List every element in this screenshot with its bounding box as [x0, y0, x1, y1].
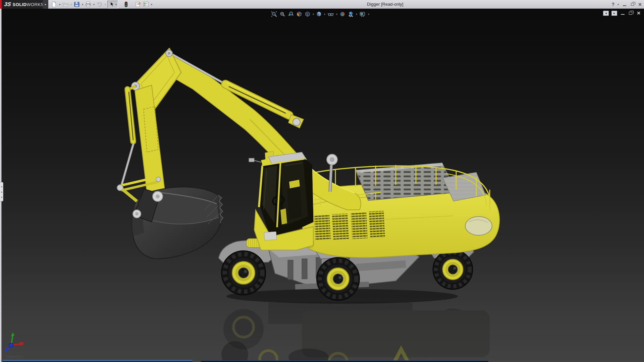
view-orientation-caret[interactable]: ▾	[312, 13, 314, 16]
apply-scene-icon	[347, 11, 354, 17]
zoom-to-fit-button[interactable]	[270, 10, 278, 18]
menu-flyout-arrow[interactable]: ▸	[43, 0, 48, 9]
floor-reflection	[223, 302, 490, 357]
headsup-view-toolbar: ▾ ▾ ▾	[270, 10, 370, 18]
brand-name-light: WORKS	[26, 2, 44, 7]
taskbar-edge-segment-left[interactable]	[3, 360, 193, 362]
apply-scene-button[interactable]	[347, 10, 355, 18]
collapse-arrow-icon: ◂	[1, 191, 2, 193]
zoom-to-fit-icon	[271, 11, 277, 17]
hide-show-items-icon	[327, 11, 334, 17]
save-dropdown-caret[interactable]: ▾	[81, 3, 84, 6]
previous-view-icon	[287, 11, 294, 17]
solidworks-logo: 3S SOLIDWORKS	[2, 0, 43, 9]
boom-lower	[153, 52, 361, 210]
select-tool-button[interactable]: ▾	[107, 1, 118, 8]
options-icon	[143, 1, 149, 8]
section-view-button[interactable]	[296, 10, 303, 18]
display-style-caret[interactable]: ▾	[324, 13, 326, 16]
new-document-icon	[51, 1, 57, 8]
previous-view-button[interactable]	[287, 10, 294, 18]
collapse-arrow-icon: ◂	[1, 196, 2, 198]
taskbar-edge-segment-right[interactable]	[201, 360, 488, 362]
graphics-viewport[interactable]: ▾ ▾ ▾	[0, 9, 644, 362]
edit-appearance-icon	[339, 11, 346, 17]
view-settings-icon	[359, 11, 366, 17]
expand-left-pane-button[interactable]: ◂	[603, 11, 609, 16]
minimize-icon	[623, 5, 626, 6]
wheel-rear-right	[433, 250, 473, 290]
print-dropdown-caret[interactable]: ▾	[93, 3, 95, 6]
help-button[interactable]: ?	[611, 2, 614, 7]
title-bar: 3S SOLIDWORKS ▸ ▾ ▾	[0, 0, 644, 9]
rebuild-stoplight-button[interactable]	[123, 1, 129, 8]
restore-icon	[631, 3, 634, 6]
window-title: Digger [Read-only]	[367, 2, 403, 7]
wheel-front-right	[317, 257, 360, 300]
close-icon: ✕	[638, 2, 642, 7]
wheel-front-left	[221, 251, 266, 295]
options-dropdown-caret[interactable]: ▾	[150, 3, 153, 6]
section-view-icon	[296, 11, 303, 17]
view-orientation-icon	[304, 11, 311, 17]
display-style-button[interactable]	[315, 10, 323, 18]
undo-dropdown-caret[interactable]: ▾	[104, 3, 107, 6]
3ds-logo-icon: 3S	[4, 1, 11, 7]
open-dropdown-caret[interactable]: ▾	[70, 3, 72, 6]
expand-right-pane-button[interactable]: ▸	[611, 11, 617, 16]
bucket	[132, 187, 223, 259]
select-cursor-icon	[108, 1, 115, 8]
pane-right-arrow-icon: ▸	[613, 11, 615, 15]
digger-3d-model[interactable]	[0, 9, 644, 362]
view-orientation-label: *Dimetric	[4, 354, 24, 359]
document-window-controls: ◂ ▸ ✕	[603, 10, 641, 16]
collapse-arrow-icon: ◂	[1, 185, 2, 188]
print-document-icon	[85, 1, 92, 8]
open-document-button[interactable]	[62, 1, 69, 8]
view-orientation-button[interactable]	[304, 10, 311, 18]
options-button[interactable]	[142, 1, 150, 8]
hide-show-items-caret[interactable]: ▾	[336, 13, 338, 16]
flyout-arrow-icon: ▸	[45, 3, 47, 6]
undo-button[interactable]	[96, 1, 103, 8]
new-dropdown-caret[interactable]: ▾	[58, 3, 61, 6]
open-document-icon	[62, 1, 69, 8]
file-properties-button[interactable]	[134, 1, 142, 8]
pane-left-arrow-icon: ◂	[605, 11, 607, 15]
save-document-icon	[73, 1, 80, 8]
display-style-icon	[316, 11, 322, 17]
stoplight-icon	[123, 1, 129, 8]
cab	[249, 151, 313, 250]
document-minimize-icon	[621, 14, 625, 15]
brand-name-bold: SOLID	[13, 2, 27, 7]
orientation-triad	[5, 333, 24, 352]
select-dropdown-caret[interactable]: ▾	[115, 3, 117, 6]
hide-show-items-button[interactable]	[327, 10, 335, 18]
document-minimize-button[interactable]	[620, 10, 625, 16]
window-controls: ? ▾ ✕	[611, 0, 643, 9]
apply-scene-caret[interactable]: ▾	[356, 13, 358, 16]
view-settings-caret[interactable]: ▾	[368, 13, 370, 16]
save-document-button[interactable]	[73, 1, 80, 8]
undo-icon	[96, 1, 103, 8]
minimize-button[interactable]	[622, 2, 627, 7]
new-document-button[interactable]	[50, 1, 58, 8]
document-close-button[interactable]: ✕	[636, 10, 641, 16]
document-restore-icon	[629, 12, 632, 15]
zoom-to-area-button[interactable]	[279, 10, 286, 18]
document-close-icon: ✕	[637, 10, 641, 16]
zoom-to-area-icon	[279, 11, 286, 17]
panel-collapse-tab[interactable]: ◂ ◂ ◂	[0, 182, 3, 201]
view-settings-button[interactable]	[359, 10, 367, 18]
document-restore-button[interactable]	[628, 10, 633, 16]
print-document-button[interactable]	[85, 1, 92, 8]
help-dropdown-caret[interactable]: ▾	[617, 3, 620, 6]
restore-button[interactable]	[630, 2, 635, 7]
file-properties-icon	[135, 1, 141, 8]
standard-toolbar: ▾ ▾ ▾	[50, 0, 153, 8]
edit-appearance-button[interactable]	[339, 10, 346, 18]
close-button[interactable]: ✕	[637, 2, 643, 7]
